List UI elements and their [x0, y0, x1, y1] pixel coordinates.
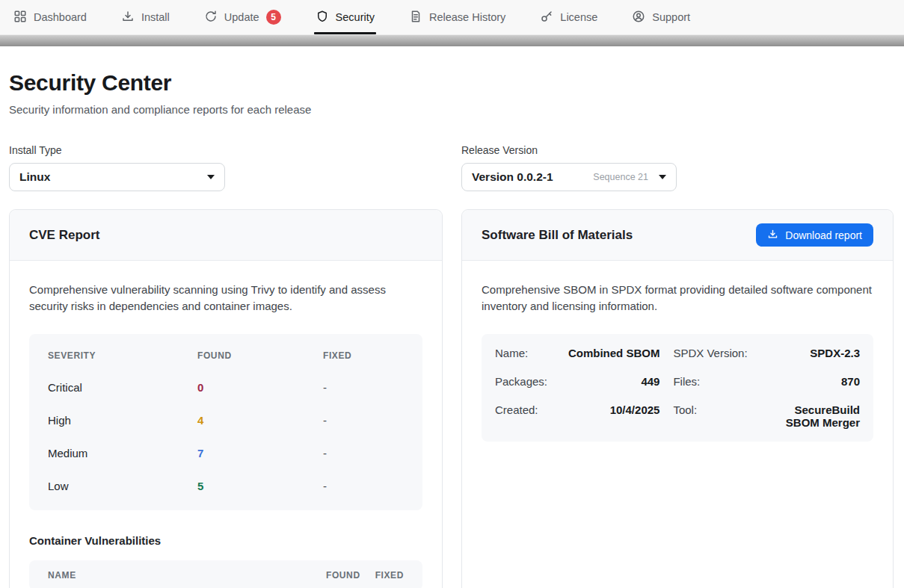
nav-label: License [560, 11, 597, 23]
page-title: Security Center [9, 70, 894, 96]
sbom-files-value: 870 [760, 375, 860, 388]
sbom-card: Software Bill of Materials Download repo… [461, 209, 894, 588]
sbom-card-body: Comprehensive SBOM in SPDX format provid… [462, 261, 893, 462]
col-name: NAME [48, 570, 311, 581]
sbom-packages-label: Packages: [495, 375, 547, 388]
license-key-icon [540, 10, 553, 25]
cve-description: Comprehensive vulnerability scanning usi… [29, 282, 422, 315]
fixed-count: - [323, 414, 404, 427]
table-row: Medium 7 - [29, 437, 422, 470]
sbom-tool-value: SecureBuild SBOM Merger [760, 403, 860, 429]
install-type-label: Install Type [9, 144, 443, 156]
nav-label: Release History [429, 11, 505, 23]
top-nav: Dashboard Install Update 5 Security Rele… [0, 0, 904, 35]
severity-table-header: SEVERITY FOUND FIXED [29, 340, 422, 371]
cve-report-card: CVE Report Comprehensive vulnerability s… [9, 209, 443, 588]
sbom-files-label: Files: [673, 375, 747, 388]
install-icon [121, 10, 135, 25]
dashboard-icon [13, 10, 27, 25]
download-report-button[interactable]: Download report [756, 223, 873, 247]
download-report-label: Download report [785, 229, 862, 241]
update-icon [204, 10, 218, 25]
filters-row: Install Type Linux Release Version Versi… [9, 144, 894, 191]
nav-item-support[interactable]: Support [632, 0, 690, 34]
nav-label: Support [652, 11, 690, 23]
nav-item-dashboard[interactable]: Dashboard [13, 0, 87, 34]
install-type-value: Linux [19, 170, 201, 184]
sbom-info-grid: Name: Combined SBOM SPDX Version: SPDX-2… [482, 334, 873, 442]
sbom-created-value: 10/4/2025 [559, 403, 659, 429]
sequence-label: Sequence 21 [593, 172, 648, 182]
release-version-select[interactable]: Version 0.0.2-1 Sequence 21 [461, 163, 677, 191]
security-shield-icon [316, 10, 329, 25]
col-found: FOUND [326, 570, 360, 581]
sbom-card-header: Software Bill of Materials Download repo… [462, 210, 893, 261]
main-content: Security Center Security information and… [0, 46, 904, 588]
sbom-packages-value: 449 [559, 375, 659, 388]
sbom-created-label: Created: [495, 403, 547, 429]
fixed-count: - [323, 480, 404, 492]
sbom-tool-label: Tool: [673, 403, 747, 429]
fixed-count: - [323, 447, 404, 459]
col-found: FOUND [197, 350, 323, 361]
container-vulnerabilities-title: Container Vulnerabilities [29, 534, 422, 547]
sbom-name-label: Name: [495, 347, 547, 359]
severity-label: Low [48, 480, 197, 492]
severity-table: SEVERITY FOUND FIXED Critical 0 - High 4… [29, 334, 422, 510]
col-fixed: FIXED [323, 350, 404, 361]
nav-item-license[interactable]: License [540, 0, 597, 34]
download-icon [767, 229, 778, 242]
found-count: 5 [197, 480, 323, 492]
container-vulns-table-header: NAME FOUND FIXED [29, 560, 422, 588]
nav-item-install[interactable]: Install [121, 0, 170, 34]
sbom-description: Comprehensive SBOM in SPDX format provid… [482, 282, 873, 315]
sbom-name-value: Combined SBOM [559, 347, 659, 359]
nav-item-security[interactable]: Security [316, 0, 375, 34]
severity-label: Critical [48, 381, 197, 394]
found-count: 4 [197, 414, 323, 427]
nav-label: Security [336, 11, 375, 23]
nav-label: Install [141, 11, 170, 23]
cve-card-header: CVE Report [10, 210, 442, 261]
sbom-card-title: Software Bill of Materials [482, 228, 633, 243]
nav-item-update[interactable]: Update 5 [204, 0, 281, 34]
support-icon [632, 10, 645, 25]
release-version-value: Version 0.0.2-1 [472, 170, 593, 184]
cve-card-title: CVE Report [29, 228, 99, 243]
nav-label: Dashboard [34, 11, 87, 23]
release-history-icon [409, 10, 422, 25]
release-version-label: Release Version [461, 144, 894, 156]
severity-label: Medium [48, 447, 197, 459]
header-shadow-strip [0, 35, 904, 46]
found-count: 0 [197, 381, 323, 394]
install-type-select[interactable]: Linux [9, 163, 225, 191]
update-count-badge: 5 [266, 10, 281, 25]
table-row: Critical 0 - [29, 371, 422, 404]
table-row: High 4 - [29, 404, 422, 437]
sbom-spdx-value: SPDX-2.3 [760, 347, 860, 359]
install-type-group: Install Type Linux [9, 144, 443, 191]
col-fixed: FIXED [375, 570, 404, 581]
table-row: Low 5 - [29, 470, 422, 503]
cards-row: CVE Report Comprehensive vulnerability s… [9, 209, 894, 588]
chevron-down-icon [207, 175, 215, 179]
nav-item-release-history[interactable]: Release History [409, 0, 505, 34]
release-version-group: Release Version Version 0.0.2-1 Sequence… [461, 144, 894, 191]
page-subtitle: Security information and compliance repo… [9, 103, 894, 116]
col-severity: SEVERITY [48, 350, 197, 361]
fixed-count: - [323, 381, 404, 394]
nav-label: Update [224, 11, 259, 23]
found-count: 7 [197, 447, 323, 459]
cve-card-body: Comprehensive vulnerability scanning usi… [10, 261, 442, 588]
chevron-down-icon [659, 175, 666, 179]
severity-label: High [48, 414, 197, 427]
sbom-spdx-label: SPDX Version: [673, 347, 747, 359]
